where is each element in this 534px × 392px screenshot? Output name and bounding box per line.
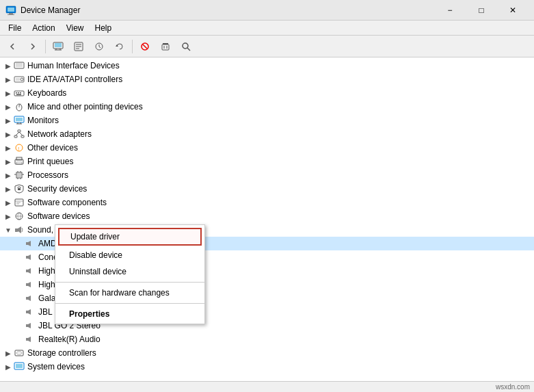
svg-line-44 — [16, 132, 19, 135]
expand-processors[interactable]: ▶ — [3, 170, 14, 181]
expand-software-dev[interactable]: ▶ — [3, 211, 14, 222]
icon-sound-child3 — [25, 265, 36, 276]
ctx-uninstall-device[interactable]: Uninstall device — [55, 263, 204, 280]
title-bar: Device Manager − □ ✕ — [0, 0, 534, 21]
tree-item-system[interactable]: ▶ System devices — [0, 360, 534, 374]
menu-action[interactable]: Action — [27, 22, 60, 34]
tree-item-network[interactable]: ▶ Network adapters — [0, 127, 534, 141]
expand-sound-child3 — [14, 265, 25, 276]
tree-item-monitors[interactable]: ▶ Monitors — [0, 114, 534, 127]
tree-item-ide[interactable]: ▶ IDE ATA/ATAPI controllers — [0, 73, 534, 86]
expand-storage[interactable]: ▶ — [3, 348, 14, 358]
icon-processors — [14, 170, 25, 181]
svg-rect-67 — [15, 228, 18, 232]
icon-sound-child8 — [25, 334, 36, 345]
svg-rect-69 — [26, 242, 28, 245]
menu-help[interactable]: Help — [90, 22, 118, 34]
ctx-update-driver[interactable]: Update driver — [58, 228, 202, 246]
label-system: System devices — [27, 362, 85, 371]
expand-sound-child2 — [14, 252, 25, 263]
svg-rect-31 — [20, 92, 21, 94]
toolbar-uninstall[interactable] — [156, 38, 175, 55]
svg-marker-82 — [28, 323, 31, 328]
tree-item-print[interactable]: ▶ Print queues — [0, 155, 534, 168]
tree-item-sound-child8[interactable]: Realtek(R) Audio — [0, 332, 534, 346]
icon-sound-child6 — [25, 306, 36, 317]
svg-marker-76 — [28, 282, 31, 287]
expand-keyboards[interactable]: ▶ — [3, 88, 14, 99]
minimize-button[interactable]: − — [434, 0, 466, 21]
tree-item-security[interactable]: ▶ Security devices — [0, 182, 534, 196]
app-icon — [5, 5, 16, 16]
toolbar-back[interactable] — [3, 38, 22, 55]
ctx-sep1 — [55, 282, 204, 283]
menu-view[interactable]: View — [61, 22, 90, 34]
expand-software-comp[interactable]: ▶ — [3, 197, 14, 208]
expand-mice[interactable]: ▶ — [3, 101, 14, 112]
toolbar-computer[interactable] — [49, 38, 68, 55]
ctx-properties[interactable]: Properties — [55, 306, 204, 322]
expand-monitors[interactable]: ▶ — [3, 115, 14, 126]
svg-marker-68 — [18, 226, 21, 233]
icon-monitors — [14, 115, 25, 126]
svg-marker-74 — [28, 268, 31, 274]
svg-line-16 — [143, 44, 147, 49]
tree-item-software-comp[interactable]: ▶ Software components — [0, 196, 534, 209]
tree-item-hid[interactable]: ▶ Human Interface Devices — [0, 59, 534, 73]
watermark: wsxdn.com — [496, 383, 530, 391]
icon-hid — [14, 60, 25, 71]
ctx-disable-device[interactable]: Disable device — [55, 247, 204, 263]
icon-sound-child5 — [25, 293, 36, 304]
expand-print[interactable]: ▶ — [3, 156, 14, 167]
toolbar-properties[interactable] — [69, 38, 88, 55]
close-button[interactable]: ✕ — [497, 0, 529, 21]
tree-item-storage[interactable]: ▶ Storage controllers — [0, 346, 534, 360]
icon-sound-child2 — [25, 252, 36, 263]
toolbar-update[interactable] — [90, 38, 109, 55]
expand-sound[interactable]: ▼ — [3, 224, 14, 235]
label-security: Security devices — [27, 184, 87, 194]
label-print: Print queues — [27, 157, 73, 166]
toolbar-rollback[interactable] — [110, 38, 129, 55]
expand-security[interactable]: ▶ — [3, 183, 14, 194]
expand-system[interactable]: ▶ — [3, 361, 14, 372]
icon-storage — [14, 348, 25, 358]
tree-item-other[interactable]: ▶ ! Other devices — [0, 141, 534, 155]
svg-rect-37 — [16, 118, 23, 121]
tree-item-keyboards[interactable]: ▶ Keyboards — [0, 86, 534, 100]
menu-bar: File Action View Help — [0, 21, 534, 36]
window-title: Device Manager — [21, 5, 434, 15]
expand-other[interactable]: ▶ — [3, 142, 14, 153]
svg-marker-70 — [28, 241, 31, 246]
toolbar-scan[interactable] — [176, 38, 196, 55]
tree-item-software-dev[interactable]: ▶ Software devices — [0, 209, 534, 223]
ctx-scan-hardware[interactable]: Scan for hardware changes — [55, 285, 204, 301]
expand-sound-child4 — [14, 279, 25, 290]
toolbar-forward[interactable] — [23, 38, 42, 55]
expand-sound-child5 — [14, 293, 25, 304]
expand-sound-child1 — [14, 238, 25, 249]
label-storage: Storage controllers — [27, 348, 96, 358]
label-software-comp: Software components — [27, 198, 107, 207]
menu-file[interactable]: File — [3, 22, 27, 34]
svg-rect-81 — [26, 324, 28, 327]
svg-text:!: ! — [18, 146, 19, 152]
device-tree[interactable]: ▶ Human Interface Devices ▶ IDE ATA/ATAP… — [0, 57, 534, 392]
expand-network[interactable]: ▶ — [3, 129, 14, 140]
svg-rect-41 — [18, 130, 21, 132]
expand-hid[interactable]: ▶ — [3, 60, 14, 71]
svg-point-86 — [16, 352, 22, 354]
toolbar-disable[interactable] — [135, 38, 155, 55]
tree-item-processors[interactable]: ▶ Processors — [0, 168, 534, 182]
svg-rect-2 — [9, 13, 13, 14]
icon-sound-child1 — [25, 238, 36, 249]
expand-ide[interactable]: ▶ — [3, 74, 14, 85]
svg-rect-5 — [55, 43, 62, 47]
maximize-button[interactable]: □ — [466, 0, 497, 21]
tree-item-mice[interactable]: ▶ Mice and other pointing devices — [0, 100, 534, 114]
label-mice: Mice and other pointing devices — [27, 102, 143, 112]
status-bar: wsxdn.com — [0, 381, 534, 392]
svg-rect-83 — [26, 338, 28, 341]
svg-point-26 — [21, 78, 23, 81]
label-keyboards: Keyboards — [27, 88, 66, 98]
